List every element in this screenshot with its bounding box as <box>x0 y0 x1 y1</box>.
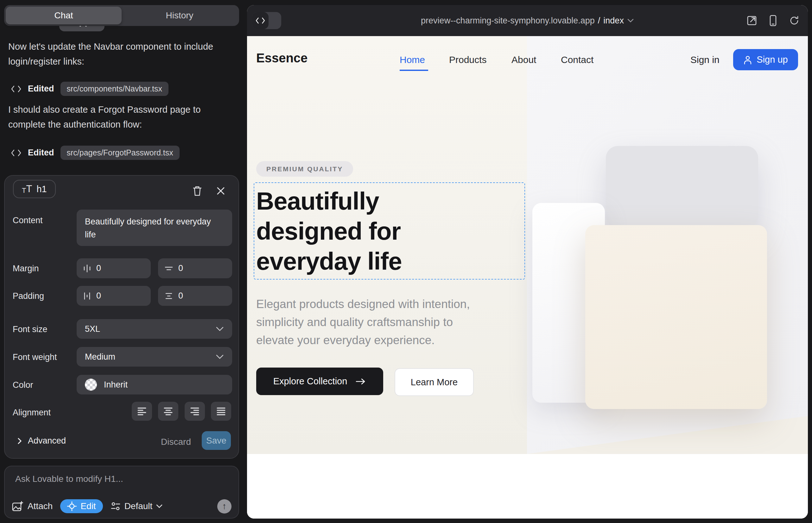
delete-element-button[interactable] <box>190 184 204 198</box>
send-button[interactable]: ↑ <box>217 499 231 513</box>
url-separator: / <box>598 16 600 26</box>
margin-y-input[interactable]: 0 <box>158 258 232 278</box>
code-preview-toggle[interactable] <box>252 12 281 29</box>
margin-vertical-icon <box>164 264 173 273</box>
margin-x-value: 0 <box>96 264 101 273</box>
advanced-toggle[interactable]: Advanced <box>17 436 66 446</box>
chevron-down-icon <box>627 18 634 23</box>
nav-link-contact[interactable]: Contact <box>561 54 594 65</box>
font-size-value: 5XL <box>85 324 100 334</box>
padding-y-value: 0 <box>178 291 183 301</box>
chat-composer: Ask Lovable to modify H1... Attach Edit … <box>4 466 239 519</box>
selected-element-pill: TT h1 <box>13 180 56 198</box>
content-input[interactable]: Beautifully designed for everyday life <box>77 210 232 246</box>
chevron-down-icon <box>216 326 224 331</box>
transparency-swatch-icon <box>85 379 97 391</box>
align-right-button[interactable] <box>184 402 205 421</box>
site-logo[interactable]: Essence <box>256 51 307 65</box>
edited-file-row: Edited src/components/Navbar.tsx <box>11 82 169 96</box>
url-page: index <box>603 16 624 26</box>
align-left-icon <box>137 407 147 415</box>
active-nav-underline <box>400 70 428 71</box>
file-chip[interactable]: src/pages/ForgotPassword.tsx <box>60 146 180 160</box>
align-center-button[interactable] <box>158 402 178 421</box>
mobile-view-icon[interactable] <box>769 15 777 26</box>
padding-horizontal-icon <box>83 292 91 301</box>
description-line: Elegant products designed with intention… <box>256 295 470 313</box>
save-button[interactable]: Save <box>202 431 231 450</box>
padding-x-input[interactable]: 0 <box>77 286 151 306</box>
sign-up-label: Sign up <box>757 54 788 65</box>
padding-vertical-icon <box>164 292 173 300</box>
target-icon <box>67 502 77 511</box>
sign-up-button[interactable]: Sign up <box>733 49 798 70</box>
alignment-label: Alignment <box>13 408 51 418</box>
description-line: simplicity and quality craftsmanship to <box>256 313 470 331</box>
typography-icon: TT <box>22 183 32 195</box>
edit-mode-button[interactable]: Edit <box>60 499 103 513</box>
align-center-icon <box>163 407 173 415</box>
advanced-label: Advanced <box>28 436 66 446</box>
learn-more-button[interactable]: Learn More <box>394 368 474 396</box>
sign-in-link[interactable]: Sign in <box>690 54 720 65</box>
attach-button[interactable]: Attach <box>12 501 53 511</box>
open-external-icon[interactable] <box>746 15 757 26</box>
padding-label: Padding <box>13 291 44 301</box>
explore-collection-button[interactable]: Explore Collection <box>256 367 383 395</box>
quality-badge: PREMIUM QUALITY <box>256 161 353 177</box>
browser-topbar: preview--charming-site-symphony.lovable.… <box>247 5 808 36</box>
align-left-button[interactable] <box>132 402 152 421</box>
edited-label: Edited <box>28 148 54 158</box>
learn-more-label: Learn More <box>411 377 458 387</box>
code-icon <box>11 149 21 157</box>
composer-input[interactable]: Ask Lovable to modify H1... <box>15 474 123 484</box>
element-inspector-panel: TT h1 Content Beautifully designed for e… <box>4 175 239 459</box>
headline-line: Beautifully <box>256 186 402 216</box>
discard-button[interactable]: Discard <box>161 437 191 447</box>
chevron-right-icon <box>17 437 22 445</box>
refresh-icon[interactable] <box>789 15 800 26</box>
headline-line: designed for <box>256 216 402 246</box>
hero-headline[interactable]: Beautifully designed for everyday life <box>256 186 402 276</box>
edit-label: Edit <box>81 501 96 511</box>
url-bar[interactable]: preview--charming-site-symphony.lovable.… <box>421 16 634 26</box>
chat-message: I should also create a Forgot Password p… <box>8 102 233 132</box>
color-select[interactable]: Inherit <box>77 375 232 395</box>
element-tag: h1 <box>36 184 47 194</box>
user-icon <box>743 55 752 65</box>
font-size-select[interactable]: 5XL <box>77 319 232 339</box>
font-size-label: Font size <box>13 325 48 334</box>
decorative-card-beige <box>585 225 767 409</box>
padding-y-input[interactable]: 0 <box>158 286 232 306</box>
chat-message: Now let's update the Navbar component to… <box>8 39 233 69</box>
nav-link-about[interactable]: About <box>511 54 536 65</box>
sidebar-tabs: Chat History <box>4 5 239 26</box>
explore-label: Explore Collection <box>273 376 348 386</box>
margin-label: Margin <box>13 264 39 273</box>
preview-browser-window: preview--charming-site-symphony.lovable.… <box>247 5 808 519</box>
align-right-icon <box>190 407 199 415</box>
margin-y-value: 0 <box>178 264 183 273</box>
nav-link-products[interactable]: Products <box>449 54 487 65</box>
tab-chat[interactable]: Chat <box>6 7 122 24</box>
padding-x-value: 0 <box>96 291 101 301</box>
font-weight-select[interactable]: Medium <box>77 347 232 366</box>
margin-x-input[interactable]: 0 <box>77 258 151 278</box>
nav-link-home[interactable]: Home <box>400 54 425 65</box>
model-selector[interactable]: Default <box>110 501 163 511</box>
arrow-right-icon <box>355 378 366 385</box>
close-icon <box>216 186 225 195</box>
site-page: Essence Home Products About Contact Sign… <box>247 36 808 519</box>
chat-sidebar: Chat History Now let's update the Navbar… <box>0 0 247 523</box>
file-chip[interactable]: src/components/Navbar.tsx <box>60 82 169 96</box>
image-plus-icon <box>12 501 23 511</box>
color-value: Inherit <box>104 380 128 390</box>
url-domain: preview--charming-site-symphony.lovable.… <box>421 16 595 26</box>
close-inspector-button[interactable] <box>214 184 228 198</box>
code-icon <box>11 85 21 93</box>
align-justify-button[interactable] <box>211 402 231 421</box>
tab-history[interactable]: History <box>122 7 237 24</box>
margin-horizontal-icon <box>83 264 91 273</box>
content-label: Content <box>13 216 43 226</box>
description-line: elevate your everyday experience. <box>256 331 470 349</box>
